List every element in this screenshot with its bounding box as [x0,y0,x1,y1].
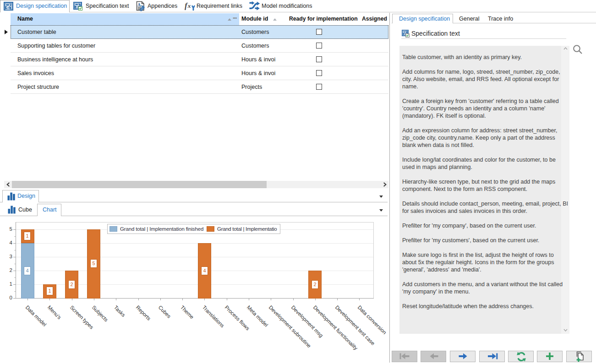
svg-text:A: A [137,2,141,7]
svg-text:x: x [187,2,191,9]
